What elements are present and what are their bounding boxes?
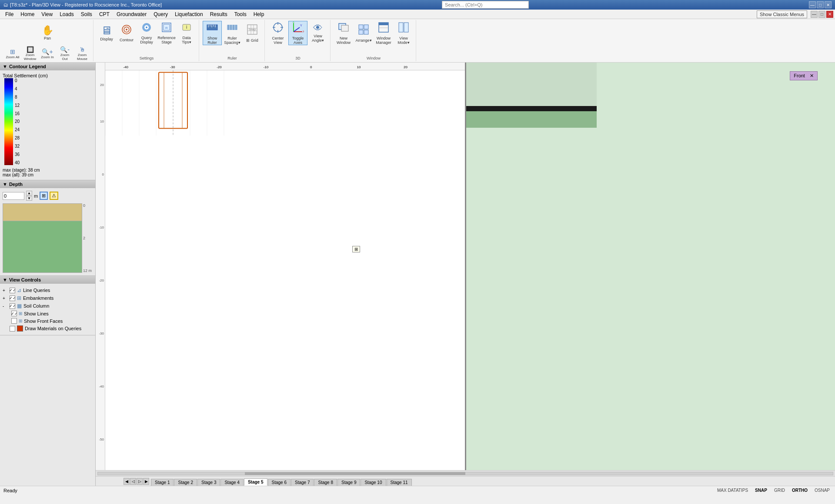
query-display-button[interactable]: Query Display [137, 21, 156, 45]
show-ruler-label: Show Ruler [204, 36, 220, 45]
new-window-button[interactable]: New Window [334, 21, 353, 45]
label-40: 40 [15, 160, 20, 165]
minimize-button[interactable]: — [809, 1, 816, 8]
status-snap[interactable]: SNAP [753, 488, 769, 493]
views-container: 20 10 0 -10 -20 -30 -40 -50 -40 -30 -20 … [96, 63, 835, 470]
stage-tab-5[interactable]: Stage 5 [244, 478, 267, 486]
label-draw-materials: Draw Materials on Queries [25, 326, 81, 331]
svg-text:Snap: Snap [249, 28, 256, 31]
zoom-out-button[interactable]: 🔍- Zoom Out [57, 45, 73, 62]
status-max-datatips[interactable]: MAX DATATIPS [715, 488, 750, 493]
horizontal-ruler: -40 -30 -20 -10 0 10 20 [105, 63, 465, 70]
status-ortho[interactable]: ORTHO [790, 488, 809, 493]
checkbox-draw-materials[interactable] [10, 326, 15, 332]
checkbox-line-queries[interactable]: ✓ [10, 288, 15, 293]
toggle-axes-button[interactable]: X Z Y Toggle Axes [288, 21, 307, 45]
stage-tab-2[interactable]: Stage 2 [174, 479, 197, 486]
depth-up-btn[interactable]: ▲ ▼ [26, 191, 32, 201]
checkbox-embankments[interactable]: ✓ [10, 295, 15, 301]
scrollbar-track[interactable] [97, 472, 833, 475]
legend-settlement-title: Total Settlement (cm) [3, 73, 93, 78]
status-osnap[interactable]: OSNAP [813, 488, 832, 493]
menu-view[interactable]: View [38, 10, 56, 18]
menu-help[interactable]: Help [250, 10, 268, 18]
window-manager-button[interactable]: Window Manager [374, 21, 393, 45]
zoom-in-button[interactable]: 🔍+ Zoom In [39, 45, 56, 62]
expand-line-queries[interactable]: + [3, 288, 8, 293]
front-close[interactable]: ✕ [810, 73, 814, 78]
stage-last-btn[interactable]: ▶ [143, 478, 149, 485]
expand-embankments[interactable]: + [3, 296, 8, 301]
reference-stage-label: Reference Stage [157, 36, 176, 44]
stage-first-btn[interactable]: ◀ [124, 478, 130, 485]
ruler-v-label-4: -10 [99, 225, 104, 229]
contour-legend-header[interactable]: ▼ Contour Legend [0, 63, 95, 70]
stage-tab-3[interactable]: Stage 3 [197, 479, 220, 486]
menu-tools[interactable]: Tools [231, 10, 250, 18]
checkbox-show-lines[interactable]: ✓ [11, 311, 17, 316]
show-ruler-button[interactable]: Show Ruler [203, 21, 222, 45]
status-grid[interactable]: GRID [772, 488, 787, 493]
checkbox-soil-column[interactable]: ✓ [10, 303, 15, 309]
win-max-button[interactable]: □ [818, 11, 825, 18]
search-area[interactable] [442, 1, 529, 9]
search-input[interactable] [442, 1, 529, 9]
menu-query[interactable]: Query [150, 10, 171, 18]
toolbar-group-3d: Center View X Z Y Toggle Axes 👁 [266, 20, 331, 61]
contour-button[interactable]: Contour [117, 21, 136, 45]
win-close-button[interactable]: ✕ [826, 11, 833, 18]
zoom-window-button[interactable]: 🔲 Zoom Window [22, 45, 38, 62]
show-classic-menus-button[interactable]: Show Classic Menus [757, 10, 807, 18]
zoom-mouse-button[interactable]: 🖱 Zoom Mouse [74, 45, 90, 62]
stage-tab-1[interactable]: Stage 1 [151, 479, 174, 486]
win-restore-button[interactable]: — [811, 11, 818, 18]
close-button[interactable]: ✕ [825, 1, 832, 8]
menu-file[interactable]: File [2, 10, 17, 18]
menu-liquefaction[interactable]: Liquefaction [171, 10, 207, 18]
snap-grid-button[interactable]: Snap ⊞ Grid [243, 21, 262, 45]
stage-tab-7[interactable]: Stage 7 [291, 479, 314, 486]
menu-loads[interactable]: Loads [56, 10, 77, 18]
3d-view[interactable]: Front ✕ [466, 63, 835, 470]
menu-groundwater[interactable]: Groundwater [113, 10, 150, 18]
menu-soils[interactable]: Soils [77, 10, 96, 18]
depth-icon2[interactable]: ⚠ [50, 192, 58, 200]
ruler-spacing-button[interactable]: Ruler Spacing▾ [223, 21, 242, 45]
stage-next-btn[interactable]: ▷ [137, 478, 143, 485]
depth-icon1[interactable]: ⊞ [40, 192, 48, 200]
stage-tab-11[interactable]: Stage 11 [387, 479, 412, 486]
view-angle-button[interactable]: 👁 View Angle▾ [308, 21, 327, 45]
menu-results[interactable]: Results [207, 10, 231, 18]
view-mode-button[interactable]: View Mode▾ [394, 21, 413, 45]
pan-button[interactable]: ✋ Pan [38, 21, 57, 45]
stage-tab-4[interactable]: Stage 4 [220, 479, 243, 486]
stage-tab-9[interactable]: Stage 9 [337, 479, 360, 486]
stage-prev-btn[interactable]: ◁ [130, 478, 136, 485]
depth-unit: m [34, 193, 38, 199]
expand-soil-column[interactable]: - [3, 304, 8, 308]
depth-value-input[interactable] [3, 192, 24, 200]
center-view-button[interactable]: Center View [268, 21, 287, 45]
scrollbar-thumb[interactable] [245, 472, 465, 475]
stage-tab-6[interactable]: Stage 6 [268, 479, 291, 486]
label-embankments: Embankments [23, 295, 53, 301]
menu-cpt[interactable]: CPT [96, 10, 113, 18]
menu-home[interactable]: Home [17, 10, 38, 18]
reference-stage-button[interactable]: R Reference Stage [157, 21, 176, 45]
stage-tab-8[interactable]: Stage 8 [314, 479, 337, 486]
checkbox-show-front-faces[interactable] [11, 318, 17, 324]
stage-tab-10[interactable]: Stage 10 [361, 479, 386, 486]
data-tips-button[interactable]: i Data Tips▾ [177, 21, 196, 45]
arrange-button[interactable]: Arrange▾ [354, 21, 373, 45]
view-controls-header[interactable]: ▼ View Controls [0, 276, 95, 284]
snap-grid-label: ⊞ Grid [246, 38, 258, 43]
plan-view[interactable]: 20 10 0 -10 -20 -30 -40 -50 -40 -30 -20 … [96, 63, 466, 470]
titlebar-controls[interactable]: — □ ✕ [809, 1, 832, 8]
snap-grid-icon: Snap [246, 23, 258, 37]
display-button[interactable]: 🖥 Display [97, 21, 116, 45]
hscrollbar[interactable] [96, 470, 835, 476]
front-view-label[interactable]: Front ✕ [790, 71, 818, 80]
depth-header[interactable]: ▼ Depth [0, 180, 95, 188]
zoom-all-button[interactable]: ⊞ Zoom All [4, 45, 21, 62]
maximize-button[interactable]: □ [817, 1, 824, 8]
